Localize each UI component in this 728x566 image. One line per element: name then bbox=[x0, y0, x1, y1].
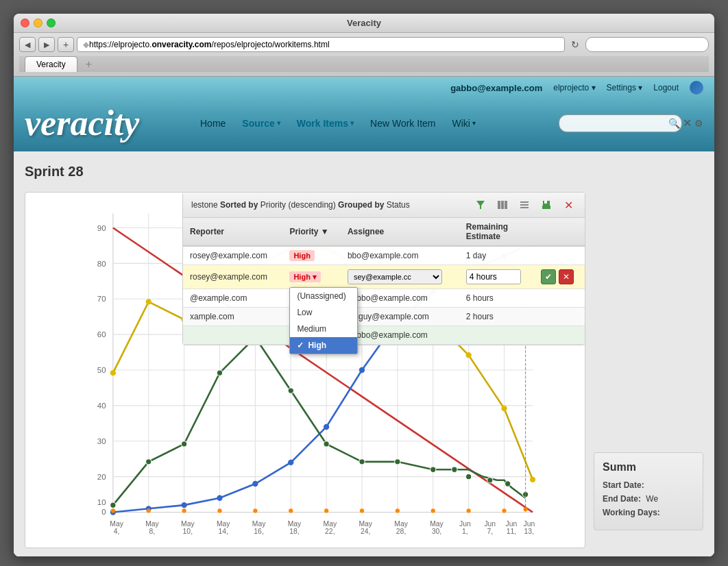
svg-point-83 bbox=[465, 352, 471, 358]
svg-point-74 bbox=[146, 299, 151, 304]
svg-text:May: May bbox=[145, 520, 159, 528]
nav-work-items[interactable]: Work Items ▾ bbox=[297, 118, 354, 129]
col-assignee[interactable]: Assignee bbox=[341, 218, 459, 246]
back-button[interactable]: ◀ bbox=[19, 37, 36, 52]
minimize-button[interactable] bbox=[34, 19, 43, 27]
svg-point-66 bbox=[324, 424, 329, 430]
svg-rect-119 bbox=[520, 201, 529, 203]
svg-point-97 bbox=[465, 473, 471, 479]
close-button[interactable] bbox=[21, 19, 29, 27]
nav-wiki[interactable]: Wiki ▾ bbox=[452, 118, 475, 129]
search-settings-btn[interactable]: ⚙ bbox=[694, 118, 703, 129]
browser-search-input[interactable] bbox=[585, 37, 709, 52]
svg-point-94 bbox=[395, 459, 400, 465]
new-tab-icon[interactable]: + bbox=[82, 57, 96, 72]
cell-actions bbox=[534, 289, 585, 308]
svg-text:90: 90 bbox=[97, 224, 106, 232]
summary-panel: Summ Start Date: End Date: We Working Da… bbox=[594, 452, 703, 530]
app-header: gabbo@example.com elprojecto ▾ Settings … bbox=[14, 77, 714, 151]
refresh-button[interactable]: ↻ bbox=[568, 37, 583, 52]
filter-btn[interactable] bbox=[472, 197, 489, 213]
content-area: Sprint 28 bbox=[14, 151, 714, 556]
svg-text:10: 10 bbox=[97, 498, 106, 506]
priority-dropdown-trigger[interactable]: High ▾ bbox=[289, 271, 321, 282]
svg-point-67 bbox=[359, 367, 365, 373]
row-cancel-btn[interactable]: ✕ bbox=[559, 269, 574, 284]
svg-rect-120 bbox=[520, 204, 529, 206]
priority-badge: High bbox=[289, 250, 314, 261]
cell-assignee: gabbo@example.com bbox=[341, 289, 459, 308]
title-bar: Veracity bbox=[14, 14, 714, 33]
summary-end-row: End Date: We bbox=[603, 494, 694, 504]
save-btn[interactable] bbox=[538, 197, 555, 213]
left-col: 90 80 70 60 50 40 30 20 10 0 bbox=[25, 192, 585, 548]
svg-point-64 bbox=[252, 481, 258, 487]
estimate-input[interactable] bbox=[466, 269, 521, 284]
cell-estimate-empty bbox=[459, 326, 534, 345]
svg-point-106 bbox=[289, 508, 293, 513]
svg-text:Jun: Jun bbox=[459, 520, 471, 528]
svg-text:50: 50 bbox=[97, 366, 106, 374]
clear-search-btn[interactable]: ✕ bbox=[683, 116, 692, 130]
dropdown-item-high[interactable]: High bbox=[290, 337, 357, 354]
svg-text:May: May bbox=[430, 520, 444, 528]
app-content: gabbo@example.com elprojecto ▾ Settings … bbox=[14, 77, 714, 556]
browser-chrome: ◀ ▶ + ◆ https://elprojecto.onveracity.co… bbox=[14, 33, 714, 77]
svg-rect-118 bbox=[505, 201, 507, 209]
svg-point-111 bbox=[467, 508, 471, 513]
svg-text:80: 80 bbox=[97, 260, 106, 268]
dropdown-item-low[interactable]: Low bbox=[290, 304, 357, 321]
col-priority[interactable]: Priority ▼ bbox=[282, 218, 341, 246]
panel-toolbar: lestone Sorted by Priority (descending) … bbox=[183, 193, 585, 218]
app-search-input[interactable] bbox=[559, 114, 682, 132]
svg-text:8,: 8, bbox=[149, 528, 156, 535]
svg-point-87 bbox=[146, 459, 151, 465]
maximize-button[interactable] bbox=[47, 19, 56, 27]
app-logo: veracity bbox=[25, 103, 162, 143]
svg-point-102 bbox=[147, 508, 151, 513]
summary-start-label: Start Date: bbox=[603, 480, 644, 490]
svg-text:30: 30 bbox=[97, 437, 106, 445]
assignee-select[interactable]: sey@example.cc gabbo@example.com rosey@e… bbox=[348, 269, 442, 284]
project-nav[interactable]: elprojecto ▾ bbox=[553, 83, 595, 93]
cell-reporter: @example.com bbox=[183, 289, 282, 308]
bars-btn[interactable] bbox=[516, 197, 533, 213]
svg-text:11,: 11, bbox=[507, 528, 516, 535]
cell-actions bbox=[534, 246, 585, 265]
svg-marker-115 bbox=[476, 201, 485, 209]
columns-btn[interactable] bbox=[494, 197, 511, 213]
summary-start-row: Start Date: bbox=[603, 480, 694, 490]
dropdown-item-unassigned[interactable]: (Unassigned) bbox=[290, 288, 357, 304]
row-save-btn[interactable]: ✔ bbox=[541, 269, 556, 284]
svg-text:18,: 18, bbox=[289, 528, 299, 535]
window-frame: Veracity ◀ ▶ + ◆ https://elprojecto.onve… bbox=[14, 14, 714, 556]
col-reporter[interactable]: Reporter bbox=[183, 218, 282, 246]
cell-priority-editing: High ▾ (Unassigned) Low Medium High bbox=[282, 265, 341, 289]
svg-point-85 bbox=[530, 477, 535, 482]
main-layout: 90 80 70 60 50 40 30 20 10 0 bbox=[25, 192, 703, 548]
table-row: xample.com Low bigguy@example.com 2 hour… bbox=[183, 308, 585, 326]
dropdown-item-medium[interactable]: Medium bbox=[290, 321, 357, 337]
summary-end-label: End Date: bbox=[603, 494, 641, 504]
svg-point-73 bbox=[110, 370, 116, 376]
logout-nav[interactable]: Logout bbox=[653, 83, 679, 93]
svg-rect-117 bbox=[501, 201, 504, 209]
new-tab-button[interactable]: + bbox=[58, 37, 74, 52]
main-nav: veracity Home Source ▾ Work Items ▾ New … bbox=[14, 99, 714, 151]
svg-text:24,: 24, bbox=[361, 528, 370, 535]
settings-nav[interactable]: Settings ▾ bbox=[607, 83, 643, 93]
cell-assignee-highlighted: gabbo@example.com bbox=[341, 326, 459, 345]
active-tab[interactable]: Veracity bbox=[25, 56, 77, 72]
svg-point-104 bbox=[217, 508, 221, 513]
nav-source[interactable]: Source ▾ bbox=[242, 118, 280, 129]
summary-working-days-row: Working Days: bbox=[603, 508, 694, 517]
forward-button[interactable]: ▶ bbox=[38, 37, 55, 52]
nav-home[interactable]: Home bbox=[200, 118, 226, 129]
window-title: Veracity bbox=[347, 18, 381, 28]
search-icon-btn[interactable]: 🔍 bbox=[668, 118, 680, 129]
col-estimate[interactable]: RemainingEstimate bbox=[459, 218, 534, 246]
url-bar[interactable]: ◆ https://elprojecto.onveracity.com/repo… bbox=[77, 37, 565, 52]
close-btn[interactable]: ✕ bbox=[560, 197, 577, 213]
cell-estimate: 6 hours bbox=[459, 289, 534, 308]
nav-new-work-item[interactable]: New Work Item bbox=[370, 118, 435, 129]
